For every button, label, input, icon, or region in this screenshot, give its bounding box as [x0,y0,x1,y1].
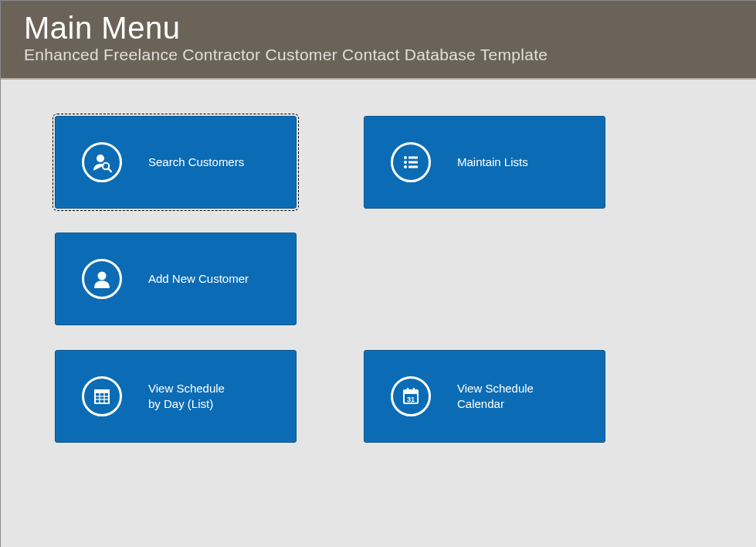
svg-line-2 [108,168,111,172]
svg-point-3 [404,156,407,159]
svg-rect-8 [409,166,418,168]
svg-rect-17 [404,390,418,394]
view-schedule-list-button[interactable]: View Schedule by Day (List) [55,350,297,443]
maintain-lists-label: Maintain Lists [457,155,605,170]
calendar-grid-icon [82,376,122,416]
maintain-lists-button[interactable]: Maintain Lists [364,116,605,209]
search-customers-label: Search Customers [148,155,296,170]
svg-rect-19 [413,388,415,392]
calendar-date-icon: 31 [391,376,431,416]
person-icon [82,259,122,299]
svg-rect-11 [95,390,109,393]
page-subtitle: Enhanced Freelance Contractor Customer C… [24,46,733,64]
person-search-icon [82,142,122,182]
svg-rect-6 [409,157,418,159]
header: Main Menu Enhanced Freelance Contractor … [1,1,756,80]
add-customer-button[interactable]: Add New Customer [55,233,297,325]
view-schedule-list-label: View Schedule by Day (List) [148,381,296,413]
svg-rect-7 [409,161,418,164]
search-customers-icon-wrap [56,142,148,182]
add-customer-icon-wrap [56,259,148,299]
svg-text:31: 31 [407,396,415,403]
view-schedule-calendar-icon-wrap: 31 [364,376,457,416]
svg-point-9 [98,272,107,280]
app-window: Main Menu Enhanced Freelance Contractor … [0,0,756,547]
view-schedule-list-icon-wrap [56,376,148,416]
svg-point-0 [97,155,104,162]
page-title: Main Menu [24,12,733,44]
list-icon [391,142,431,182]
svg-point-5 [404,165,407,168]
main-content: Search Customers Maintain Lists [1,80,756,547]
maintain-lists-icon-wrap [364,142,457,182]
svg-point-4 [404,161,407,164]
search-customers-button[interactable]: Search Customers [55,116,297,209]
add-customer-label: Add New Customer [148,271,296,287]
view-schedule-calendar-button[interactable]: 31 View Schedule Calendar [364,350,605,443]
svg-rect-18 [407,388,409,392]
view-schedule-calendar-label: View Schedule Calendar [457,381,605,413]
